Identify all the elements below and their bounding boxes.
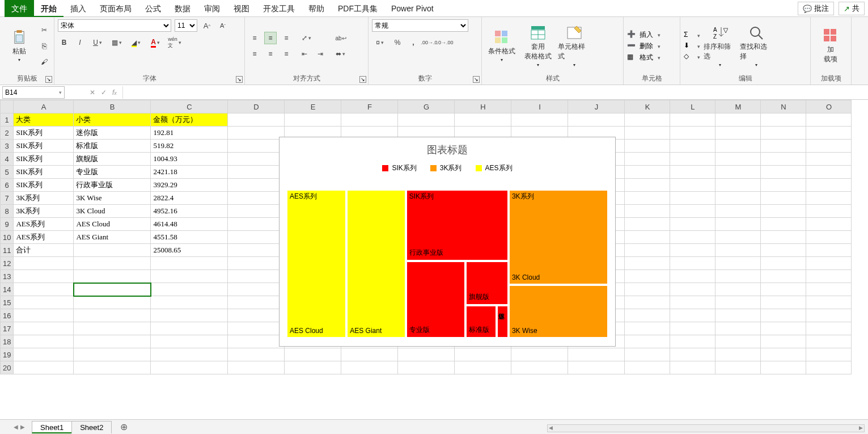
cell-B3[interactable]: 标准版 [74, 140, 151, 153]
cell-M10[interactable] [715, 231, 761, 244]
row-header-17[interactable]: 17 [1, 322, 14, 335]
menu-view[interactable]: 视图 [227, 0, 256, 17]
cell-N12[interactable] [761, 257, 806, 270]
cell-D11[interactable] [228, 244, 285, 257]
bold-button[interactable]: B [58, 36, 70, 49]
cell-styles-button[interactable]: 单元格样式▾ [558, 23, 591, 69]
cell-B19[interactable] [74, 348, 151, 361]
menu-page-layout[interactable]: 页面布局 [93, 0, 138, 17]
col-header-B[interactable]: B [74, 100, 151, 113]
cell-O19[interactable] [806, 348, 852, 361]
row-header-6[interactable]: 6 [1, 179, 14, 192]
cell-C7[interactable]: 2822.4 [151, 192, 228, 205]
cell-D16[interactable] [228, 309, 285, 322]
cell-O11[interactable] [806, 244, 852, 257]
cell-K1[interactable] [625, 113, 670, 127]
cell-M9[interactable] [715, 218, 761, 231]
cell-C11[interactable]: 25008.65 [151, 244, 228, 257]
cell-C13[interactable] [151, 270, 228, 283]
col-header-D[interactable]: D [228, 100, 285, 113]
cell-K11[interactable] [625, 244, 670, 257]
cell-B18[interactable] [74, 335, 151, 348]
cell-G20[interactable] [398, 361, 455, 374]
row-header-5[interactable]: 5 [1, 166, 14, 179]
cell-L8[interactable] [670, 205, 715, 218]
addins-button[interactable]: 加 载项 [814, 23, 847, 69]
cell-D6[interactable] [228, 179, 285, 192]
cell-K8[interactable] [625, 205, 670, 218]
menu-data[interactable]: 数据 [168, 0, 197, 17]
cell-A20[interactable] [14, 361, 74, 374]
cell-D12[interactable] [228, 257, 285, 270]
cell-C9[interactable]: 4614.48 [151, 218, 228, 231]
cell-D5[interactable] [228, 166, 285, 179]
cell-L1[interactable] [670, 113, 715, 127]
cell-O3[interactable] [806, 140, 852, 153]
cell-D2[interactable] [228, 127, 285, 140]
col-header-M[interactable]: M [715, 100, 761, 113]
cell-C8[interactable]: 4952.16 [151, 205, 228, 218]
cell-O9[interactable] [806, 218, 852, 231]
cell-K5[interactable] [625, 166, 670, 179]
cell-K18[interactable] [625, 335, 670, 348]
cancel-formula-button[interactable]: ✕ [90, 89, 95, 96]
cell-A11[interactable]: 合计 [14, 244, 74, 257]
cell-K17[interactable] [625, 322, 670, 335]
menu-developer[interactable]: 开发工具 [256, 0, 302, 17]
cell-A12[interactable] [14, 257, 74, 270]
cell-M2[interactable] [715, 127, 761, 140]
col-header-L[interactable]: L [670, 100, 715, 113]
cell-O14[interactable] [806, 283, 852, 296]
cell-M6[interactable] [715, 179, 761, 192]
cell-D14[interactable] [228, 283, 285, 296]
cell-C14[interactable] [151, 283, 228, 296]
menu-formulas[interactable]: 公式 [138, 0, 168, 17]
cell-A19[interactable] [14, 348, 74, 361]
cell-B8[interactable]: 3K Cloud [74, 205, 151, 218]
cell-N8[interactable] [761, 205, 806, 218]
row-header-13[interactable]: 13 [1, 270, 14, 283]
cell-M15[interactable] [715, 296, 761, 309]
spreadsheet-grid[interactable]: ABCDEFGHIJKLMNO1大类小类金额（万元）2SIK系列迷你版192.8… [0, 100, 868, 419]
formula-input[interactable] [122, 86, 868, 99]
cell-B15[interactable] [74, 296, 151, 309]
cell-C10[interactable]: 4551.58 [151, 231, 228, 244]
cell-C12[interactable] [151, 257, 228, 270]
cell-B2[interactable]: 迷你版 [74, 127, 151, 140]
conditional-formatting-button[interactable]: 条件格式▾ [485, 23, 518, 69]
font-size-selector[interactable]: 11 [175, 19, 197, 32]
align-top-button[interactable]: ≡ [248, 32, 261, 44]
cell-K14[interactable] [625, 283, 670, 296]
cell-O16[interactable] [806, 309, 852, 322]
cell-D3[interactable] [228, 140, 285, 153]
row-header-7[interactable]: 7 [1, 192, 14, 205]
format-cells-button[interactable]: ▦格式 [627, 53, 660, 62]
row-header-1[interactable]: 1 [1, 113, 14, 127]
col-header-O[interactable]: O [806, 100, 852, 113]
cell-D17[interactable] [228, 322, 285, 335]
cell-K3[interactable] [625, 140, 670, 153]
clear-button[interactable]: ◇ [684, 52, 700, 61]
cell-A5[interactable]: SIK系列 [14, 166, 74, 179]
alignment-launcher[interactable]: ↘ [359, 76, 366, 83]
cell-K12[interactable] [625, 257, 670, 270]
cell-E19[interactable] [285, 348, 341, 361]
cell-N19[interactable] [761, 348, 806, 361]
sheet-nav-prev[interactable]: ◀ [14, 424, 18, 430]
decrease-indent-button[interactable]: ⇤ [298, 48, 311, 60]
cell-J19[interactable] [568, 348, 625, 361]
row-header-18[interactable]: 18 [1, 335, 14, 348]
cell-N1[interactable] [761, 113, 806, 127]
cell-H1[interactable] [455, 113, 511, 127]
cell-C18[interactable] [151, 335, 228, 348]
cell-M19[interactable] [715, 348, 761, 361]
cell-L10[interactable] [670, 231, 715, 244]
cell-A15[interactable] [14, 296, 74, 309]
cell-B5[interactable]: 专业版 [74, 166, 151, 179]
cell-M17[interactable] [715, 322, 761, 335]
cell-L20[interactable] [670, 361, 715, 374]
cell-N5[interactable] [761, 166, 806, 179]
decrease-decimal-button[interactable]: .0→.00 [439, 36, 451, 49]
cell-M12[interactable] [715, 257, 761, 270]
cell-K13[interactable] [625, 270, 670, 283]
